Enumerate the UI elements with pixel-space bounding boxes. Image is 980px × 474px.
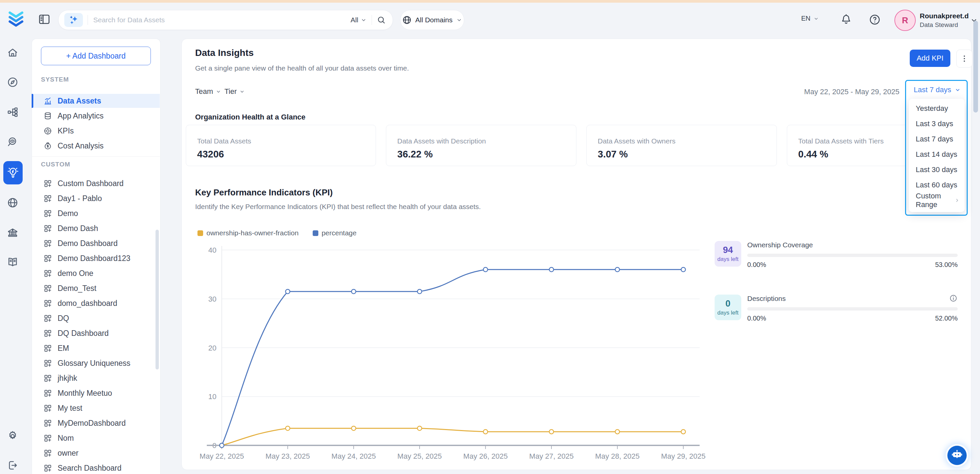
legend-item-percentage[interactable]: percentage (313, 229, 356, 237)
sidebar-item-custom-dashboard[interactable]: Custom Dashboard (32, 177, 160, 190)
sidebar-item-demo[interactable]: Demo (32, 206, 160, 220)
home-icon (7, 46, 19, 59)
range-option-last-60-days[interactable]: Last 60 days (909, 177, 965, 193)
sidebar-item-em[interactable]: EM (32, 341, 160, 355)
rail-item-discover[interactable] (6, 135, 19, 149)
sidebar-collapse-button[interactable] (38, 13, 51, 26)
rail-item-globe[interactable] (6, 196, 19, 209)
series-line-ownership-has-owner-fraction (222, 428, 683, 445)
discover-icon (7, 136, 19, 148)
sidebar-item-search-dashboard[interactable]: Search Dashboard (32, 461, 160, 474)
app-logo[interactable] (5, 9, 27, 30)
rail-item-lineage[interactable] (6, 105, 19, 119)
compass-icon (7, 76, 19, 88)
search-submit-button[interactable] (377, 15, 386, 25)
search-input[interactable] (92, 16, 351, 24)
sidebar-item-dq-dashboard[interactable]: DQ Dashboard (32, 326, 160, 340)
chevron-down-icon (360, 17, 367, 23)
add-kpi-button[interactable]: Add KPI (910, 49, 950, 67)
sidebar-item-demo-test[interactable]: Demo_Test (32, 281, 160, 295)
help-button[interactable] (869, 13, 881, 26)
language-selector[interactable]: EN (801, 14, 819, 22)
sidebar-item-app-analytics[interactable]: App Analytics (32, 109, 160, 123)
chevron-down-icon (456, 17, 463, 23)
kpi-card-descriptions: 0 days left Descriptions 0.00% 52.00% (714, 294, 958, 326)
range-selected-label: Last 7 days (914, 86, 951, 94)
rail-item-settings[interactable] (6, 429, 19, 443)
kpi-max-value: 53.00% (935, 261, 958, 269)
rail-item-compass[interactable] (6, 76, 19, 89)
legend-item-ownership-has-owner-fraction[interactable]: ownership-has-owner-fraction (197, 229, 299, 237)
ai-search-button[interactable] (64, 13, 83, 27)
glance-card-label: Data Assets with Description (397, 137, 576, 145)
sidebar-item-demo-dash[interactable]: Demo Dash (32, 221, 160, 235)
sidebar-item-demo-dashboard123[interactable]: Demo Dashboard123 (32, 251, 160, 265)
data-point (352, 289, 356, 294)
user-name: Rounakpreet.d (920, 12, 969, 20)
days-left-badge: 0 days left (714, 294, 741, 320)
range-option-last-30-days[interactable]: Last 30 days (909, 162, 965, 177)
data-point (418, 426, 422, 430)
sidebar-item-label: owner (57, 449, 79, 458)
glance-cards-row: Total Data Assets 43206Data Assets with … (186, 125, 957, 166)
range-option-yesterday[interactable]: Yesterday (909, 101, 965, 116)
range-option-custom-range[interactable]: Custom Range (909, 193, 965, 208)
sidebar-item-cost-analysis[interactable]: Cost Analysis (32, 139, 160, 153)
sidebar-item-label: Data Assets (57, 97, 101, 105)
sidebar-item-label: Cost Analysis (57, 142, 103, 151)
team-filter-label: Team (195, 87, 213, 96)
sidebar-item-data-assets[interactable]: Data Assets (32, 94, 160, 108)
sidebar-item-mydemodashboard[interactable]: MyDemoDashboard (32, 416, 160, 430)
svg-text:May 24, 2025: May 24, 2025 (331, 452, 375, 460)
days-left-value: 0 (714, 299, 741, 309)
rail-item-home[interactable] (6, 46, 19, 59)
sidebar-item-label: Day1 - Pablo (57, 194, 102, 203)
add-dashboard-button[interactable]: + Add Dashboard (41, 46, 151, 65)
notifications-button[interactable] (840, 13, 853, 26)
sidebar-item-label: MyDemoDashboard (57, 419, 126, 428)
rail-item-logout[interactable] (6, 459, 19, 472)
user-avatar[interactable]: R (894, 10, 916, 31)
sidebar-scrollbar[interactable] (156, 230, 159, 369)
svg-text:May 22, 2025: May 22, 2025 (199, 452, 244, 460)
page-subtitle: Get a single pane view of the health of … (195, 64, 409, 72)
rail-item-insights[interactable] (3, 161, 23, 185)
more-options-button[interactable] (956, 49, 972, 68)
range-option-last-3-days[interactable]: Last 3 days (909, 116, 965, 132)
range-option-last-7-days[interactable]: Last 7 days (909, 132, 965, 147)
team-filter[interactable]: Team (195, 86, 221, 97)
info-icon (949, 294, 958, 302)
sidebar-item-monthly-meetuo[interactable]: Monthly Meetuo (32, 386, 160, 400)
sidebar-item-demo-dashboard[interactable]: Demo Dashboard (32, 236, 160, 250)
sidebar-item-jhkjhk[interactable]: jhkjhk (32, 371, 160, 385)
kebab-menu-icon (959, 54, 969, 64)
rail-item-governance[interactable] (6, 226, 19, 239)
global-search[interactable]: All (58, 10, 393, 30)
sidebar-item-demo-one[interactable]: demo One (32, 266, 160, 280)
range-option-last-14-days[interactable]: Last 14 days (909, 147, 965, 162)
grid-plus-icon (43, 269, 52, 278)
avatar-initial: R (902, 15, 908, 25)
tier-filter[interactable]: Tier (224, 86, 245, 97)
user-role: Data Steward (920, 21, 958, 29)
sidebar-item-owner[interactable]: owner (32, 446, 160, 460)
insights-icon (7, 167, 19, 179)
search-scope-dropdown[interactable]: All (351, 16, 367, 24)
sidebar-item-nom[interactable]: Nom (32, 431, 160, 445)
range-selector-button[interactable]: Last 7 days (914, 86, 961, 94)
info-icon[interactable] (949, 294, 958, 302)
section-label-custom: CUSTOM (41, 161, 70, 168)
sidebar-item-day1-pablo[interactable]: Day1 - Pablo (32, 191, 160, 205)
grid-plus-icon (43, 194, 52, 203)
sidebar-item-dq[interactable]: DQ (32, 311, 160, 325)
sidebar-item-my-test[interactable]: My test (32, 401, 160, 415)
page-scrollbar[interactable] (973, 21, 978, 113)
sidebar-item-kpis[interactable]: KPIs (32, 124, 160, 138)
grid-plus-icon (43, 374, 52, 383)
domains-dropdown[interactable]: All Domains (400, 10, 464, 30)
sidebar-item-glossary-uniqueness[interactable]: Glossary Uniqueness (32, 356, 160, 370)
rail-item-glossary[interactable] (6, 255, 19, 269)
sidebar-item-domo-dashboard[interactable]: domo_dashboard (32, 296, 160, 310)
chatbot-button[interactable] (947, 446, 967, 465)
sidebar-item-label: EM (57, 344, 69, 353)
